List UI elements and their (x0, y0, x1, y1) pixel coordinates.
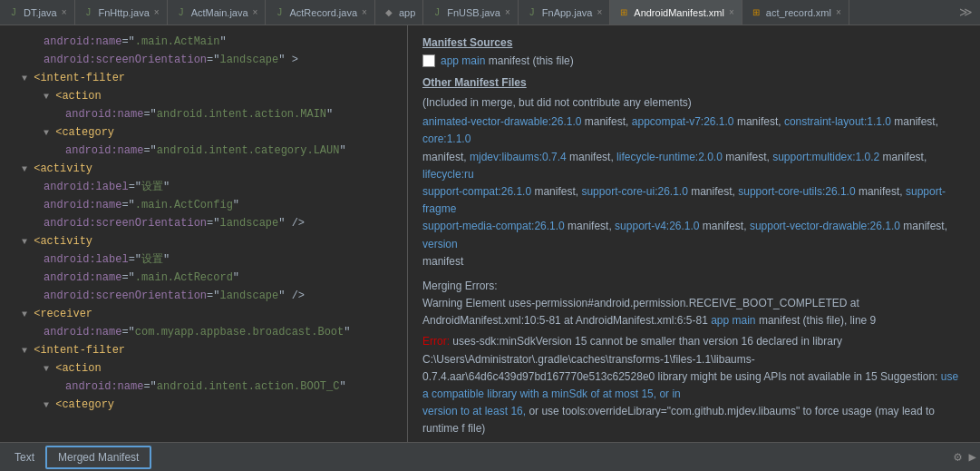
tab-icon-actmain: J (175, 6, 188, 19)
close-fnapp[interactable]: × (597, 7, 602, 17)
settings-icon[interactable]: ⚙ (954, 449, 961, 465)
tab-icon-fnapp: J (526, 6, 539, 19)
manifest-link[interactable]: constraint-layout:1.1.0 (784, 115, 891, 128)
tab-icon-actrecord: J (273, 6, 286, 19)
manifest-link[interactable]: support-core-ui:26.1.0 (581, 185, 687, 198)
tab-androidmanifest[interactable]: ⊞ AndroidManifest.xml × (610, 0, 742, 25)
xml-attr: android:name (44, 35, 121, 48)
manifest-link[interactable]: lifecycle:ru (422, 168, 474, 181)
code-line: android:screenOrientation="landscape" /> (0, 287, 407, 305)
code-line: ▼ <activity (0, 160, 407, 178)
tab-label-actmain: ActMain.java (191, 7, 248, 18)
other-manifests-note: (Included in merge, but did not contribu… (422, 94, 965, 112)
close-actmain[interactable]: × (253, 7, 258, 17)
tab-label-fnusb: FnUSB.java (447, 7, 500, 18)
tab-label-androidmanifest: AndroidManifest.xml (634, 7, 724, 18)
close-fnhttp[interactable]: × (154, 7, 160, 17)
info-panel: Manifest Sources app main manifest (this… (408, 25, 980, 442)
other-manifests-title: Other Manifest Files (422, 76, 965, 89)
code-line: android:name=".main.ActConfig" (0, 196, 407, 214)
code-line: android:label="设置" (0, 178, 407, 196)
tab-merged-manifest[interactable]: Merged Manifest (45, 446, 151, 469)
manifest-link[interactable]: support-core-utils:26.1.0 (738, 185, 855, 198)
manifest-label: manifest (this file) (485, 54, 573, 67)
manifest-app-link[interactable]: app main (441, 54, 485, 67)
bottom-right-icons: ⚙ ▶ (954, 449, 976, 465)
code-line: ▼ <action (0, 359, 407, 378)
tab-overflow[interactable]: ≫ (952, 5, 980, 20)
code-line: ▼ <category (0, 123, 407, 142)
error-text-block: Error: uses-sdk:minSdkVersion 15 cannot … (422, 333, 965, 437)
code-line: ▼ <receiver (0, 305, 407, 323)
merging-errors: Merging Errors: Warning Element uses-per… (422, 278, 965, 438)
tab-fnapp[interactable]: J FnApp.java × (519, 0, 611, 25)
tab-label-app: app (399, 7, 415, 18)
code-line: ▼ <intent-filter (0, 341, 407, 359)
close-dt[interactable]: × (62, 7, 67, 17)
tab-label-dt: DT.java (24, 7, 57, 18)
code-line: android:name=".main.ActRecord" (0, 269, 407, 287)
code-line: android:name="android.intent.action.BOOT… (0, 378, 407, 396)
tab-icon-app: ◆ (383, 6, 395, 19)
extra-icon[interactable]: ▶ (969, 449, 976, 465)
app-main-link[interactable]: app main (711, 314, 755, 327)
manifest-link[interactable]: version (422, 238, 458, 250)
tab-fnhttp[interactable]: J FnHttp.java × (75, 0, 168, 25)
tab-icon-fnusb: J (431, 6, 443, 19)
error-link2[interactable]: version to at least 16, (422, 405, 526, 417)
code-line: android:name="com.myapp.appbase.broadcas… (0, 323, 407, 341)
manifest-checkbox[interactable] (422, 54, 435, 67)
code-line: android:screenOrientation="landscape" /> (0, 214, 407, 232)
tab-text[interactable]: Text (4, 447, 45, 467)
code-line: android:name=".main.ActMain" (0, 33, 407, 51)
code-line: android:name="android.intent.category.LA… (0, 142, 407, 160)
code-line: ▼ <action (0, 87, 407, 105)
error-link1[interactable]: use a compatible library with a minSdk o… (422, 370, 958, 400)
manifest-link[interactable]: animated-vector-drawable:26.1.0 (422, 115, 581, 128)
code-line: ▼ <activity (0, 232, 407, 250)
tab-icon-androidmanifest: ⊞ (617, 6, 630, 19)
main-area: android:name=".main.ActMain" android:scr… (0, 25, 980, 442)
tab-icon-actrecordxml: ⊞ (750, 6, 762, 19)
tab-actrecord[interactable]: J ActRecord.java × (266, 0, 374, 25)
tab-dt[interactable]: J DT.java × (0, 0, 75, 25)
manifest-link[interactable]: support-compat:26.1.0 (422, 185, 531, 198)
manifest-sources-title: Manifest Sources (422, 36, 965, 49)
close-actrecord[interactable]: × (362, 7, 367, 17)
close-actrecordxml[interactable]: × (836, 7, 841, 17)
manifest-source-item: app main manifest (this file) (422, 54, 965, 67)
code-line: ▼ <intent-filter (0, 69, 407, 87)
merging-errors-title: Merging Errors: (422, 278, 965, 295)
bottom-bar: Text Merged Manifest ⚙ ▶ (0, 442, 980, 471)
code-line: ▼ <category (0, 396, 407, 414)
tab-actmain[interactable]: J ActMain.java × (168, 0, 267, 25)
tab-label-actrecord: ActRecord.java (289, 7, 357, 18)
code-line: android:name="android.intent.action.MAIN… (0, 105, 407, 123)
tab-icon-fnhttp: J (82, 6, 95, 19)
manifest-link[interactable]: support-v4:26.1.0 (615, 220, 699, 232)
tab-label-fnapp: FnApp.java (542, 7, 593, 18)
error-label: Error: (422, 335, 450, 348)
tab-label-actrecordxml: act_record.xml (766, 7, 831, 18)
manifest-link[interactable]: support:multidex:1.0.2 (772, 151, 879, 163)
tab-bar: J DT.java × J FnHttp.java × J ActMain.ja… (0, 0, 980, 25)
other-manifests-links: animated-vector-drawable:26.1.0 manifest… (422, 113, 965, 270)
tab-app[interactable]: ◆ app (375, 0, 423, 25)
tab-icon-dt: J (7, 6, 20, 19)
manifest-link[interactable]: appcompat-v7:26.1.0 (632, 115, 734, 128)
tab-label-fnhttp: FnHttp.java (99, 7, 150, 18)
manifest-link[interactable]: mjdev:libaums:0.7.4 (470, 151, 567, 163)
code-line: android:screenOrientation="landscape" > (0, 51, 407, 69)
manifest-link[interactable]: lifecycle-runtime:2.0.0 (616, 151, 723, 163)
close-androidmanifest[interactable]: × (729, 7, 734, 17)
close-fnusb[interactable]: × (505, 7, 510, 17)
tab-actrecordxml[interactable]: ⊞ act_record.xml × (742, 0, 849, 25)
code-line: android:label="设置" (0, 250, 407, 269)
manifest-link[interactable]: support-vector-drawable:26.1.0 (750, 220, 900, 232)
manifest-link[interactable]: core:1.1.0 (422, 132, 471, 145)
code-panel: android:name=".main.ActMain" android:scr… (0, 25, 408, 442)
tab-fnusb[interactable]: J FnUSB.java × (423, 0, 519, 25)
manifest-link[interactable]: support-media-compat:26.1.0 (422, 220, 565, 232)
warning-text: Warning Element uses-permission#android.… (422, 295, 965, 329)
xml-attr: android:screenOrientation (44, 54, 207, 66)
